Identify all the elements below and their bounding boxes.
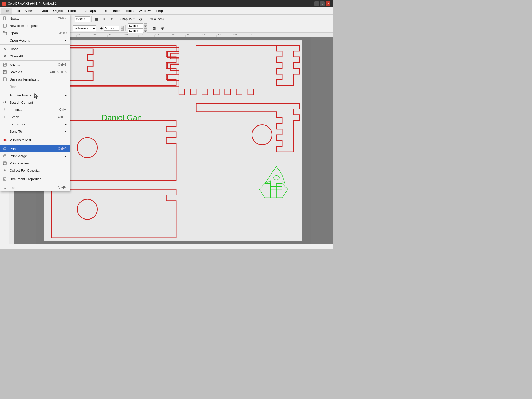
save-as-icon [2,69,8,75]
svg-text:190: 190 [77,34,81,36]
svg-rect-64 [4,63,5,64]
svg-text:290: 290 [233,34,237,36]
menu-item-open[interactable]: Open... Ctrl+O [0,29,70,37]
zoom-dropdown[interactable]: 150% ▼ [75,16,90,22]
menu-object[interactable]: Object [50,8,65,14]
menu-bitmaps[interactable]: Bitmaps [81,8,98,14]
open-recent-arrow: ▶ [65,39,67,42]
menu-effects[interactable]: Effects [65,8,81,14]
nudge-up[interactable]: ▲ [121,26,124,28]
menu-item-export[interactable]: ⬆ Export... Ctrl+E [0,113,70,121]
search-content-icon [2,100,8,105]
menu-item-new-template[interactable]: New from Template... [0,22,70,29]
acquire-icon [2,92,8,98]
exit-icon: ⏻ [2,185,8,190]
svg-text:210: 210 [109,34,112,36]
zoom-arrow: ▼ [84,18,86,20]
plus-page-btn[interactable]: ⊕ [159,25,166,32]
menu-item-print-preview[interactable]: Print Preview... [0,159,70,167]
toolbar-sep6 [146,16,146,22]
svg-point-69 [4,101,6,103]
menu-item-export-for[interactable]: Export For ▶ [0,121,70,128]
snap2-up[interactable]: ▲ [144,28,147,31]
snap2-spinners[interactable]: ▲ ▼ [144,28,147,33]
snap1-up[interactable]: ▲ [144,23,147,26]
menu-item-collect-output[interactable]: ⊕ Collect For Output... [0,167,70,174]
window-controls[interactable]: ─ □ ✕ [314,1,330,6]
svg-text:270: 270 [202,34,206,36]
svg-text:280: 280 [218,34,221,36]
snap-dropdown-arrow[interactable]: ▼ [133,18,135,21]
toolbar2-sep2 [98,25,98,31]
snap1-input[interactable] [128,23,143,28]
menu-item-send-to[interactable]: Send To ▶ [0,128,70,135]
view-btn3[interactable]: ⊡ [109,16,116,23]
units-select[interactable]: millimeters inches pixels [73,25,96,31]
menu-item-save-template[interactable]: Save as Template... [0,76,70,83]
snap1-spinners[interactable]: ▲ ▼ [144,23,147,28]
menu-item-doc-props[interactable]: Document Properties... [0,175,70,183]
menu-item-import[interactable]: ⬇ Import... Ctrl+I [0,106,70,113]
menu-layout[interactable]: Layout [35,8,50,14]
snap1-down[interactable]: ▼ [144,26,147,28]
dd-sep6 [0,175,70,175]
send-to-arrow: ▶ [65,130,67,133]
menu-edit[interactable]: Edit [12,8,23,14]
svg-rect-58 [3,17,6,20]
svg-rect-72 [4,149,6,150]
menu-item-print-merge[interactable]: Print Merge ▶ [0,152,70,159]
new-icon [2,16,8,21]
menu-item-publish-pdf[interactable]: PDF Publish to PDF [0,136,70,144]
menu-item-acquire[interactable]: Acquire Image ▶ [0,91,70,99]
menu-view[interactable]: View [23,8,35,14]
menu-item-close-all[interactable]: Close All [0,52,70,60]
menu-text[interactable]: Text [98,8,110,14]
menu-item-save[interactable]: Save... Ctrl+S [0,61,70,68]
menu-item-exit[interactable]: ⏻ Exit Alt+F4 [0,184,70,191]
align-page-btn[interactable]: ⊡ [151,25,158,32]
dd-sep5 [0,144,70,144]
menu-tools[interactable]: Tools [123,8,136,14]
menu-item-save-as[interactable]: Save As... Ctrl+Shift+S [0,68,70,76]
menu-item-search-content[interactable]: Search Content [0,99,70,106]
open-icon [2,30,8,36]
nudge-input[interactable] [104,26,119,31]
doc-props-icon [2,176,8,182]
export-icon: ⬆ [2,114,8,119]
minimize-button[interactable]: ─ [314,1,319,6]
menu-table[interactable]: Table [110,8,123,14]
menu-item-revert[interactable]: Revert [0,83,70,90]
menu-help[interactable]: Help [153,8,165,14]
menu-item-open-recent[interactable]: Open Recent ▶ [0,37,70,44]
snap-settings[interactable]: ⚙ [137,16,144,23]
svg-rect-65 [4,65,6,66]
app-icon [2,2,6,6]
close-all-icon [2,54,8,59]
title-bar: CorelDRAW X8 (64-Bit) - Untitled-1 ─ □ ✕ [0,0,332,7]
export-for-icon [2,122,8,127]
menu-window[interactable]: Window [136,8,153,14]
svg-rect-75 [4,163,6,164]
menu-item-new[interactable]: New... Ctrl+N [0,15,70,22]
menu-file[interactable]: File [1,8,12,14]
nudge-spinners[interactable]: ▲ ▼ [121,26,124,31]
print-icon [2,146,8,151]
menu-item-print[interactable]: Print... Ctrl+P [0,145,70,152]
snap-box: ▲ ▼ ▲ ▼ [128,23,147,33]
maximize-button[interactable]: □ [320,1,325,6]
save-icon [2,62,8,67]
save-template-icon [2,77,8,82]
snap2-input[interactable] [128,28,143,33]
nudge-down[interactable]: ▼ [121,28,124,31]
menu-item-close[interactable]: ✕ Close [0,45,70,52]
collect-output-icon: ⊕ [2,168,8,173]
view-btn2[interactable]: ⊞ [101,16,108,23]
dd-sep4 [0,136,70,136]
revert-icon [2,84,8,89]
dd-sep3 [0,91,70,91]
svg-rect-73 [4,155,6,157]
launch-button[interactable]: Launch ▼ [155,16,162,23]
close-button[interactable]: ✕ [326,1,330,6]
view-btn1[interactable]: ⬛ [93,16,100,23]
import-icon: ⬇ [2,107,8,112]
